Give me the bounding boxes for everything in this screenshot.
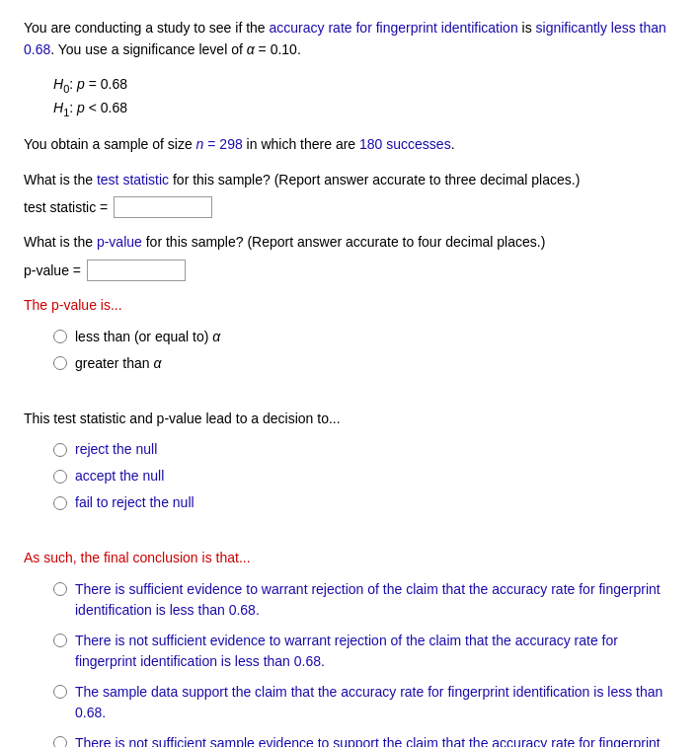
h0: H0: p = 0.68 <box>53 74 676 97</box>
conclusion-title: As such, the final conclusion is that... <box>24 548 676 569</box>
decision-reject-label: reject the null <box>75 439 157 460</box>
conclusion-radio-4[interactable] <box>53 736 67 747</box>
pvalue-comparison-section: The p-value is... less than (or equal to… <box>24 295 676 374</box>
conclusion-radio-3[interactable] <box>53 685 67 699</box>
test-stat-section: What is the test statistic for this samp… <box>24 170 676 219</box>
decision-accept-label: accept the null <box>75 466 164 486</box>
sample-description: You obtain a sample of size n = 298 in w… <box>24 134 676 156</box>
conclusion-label-4: There is not sufficient sample evidence … <box>75 733 676 747</box>
h1: H1: p < 0.68 <box>53 98 676 120</box>
pvalue-leq-label: less than (or equal to) α <box>75 327 220 347</box>
test-stat-question: What is the test statistic for this samp… <box>24 170 676 191</box>
pvalue-radio-gt[interactable] <box>53 356 67 370</box>
decision-radio-accept[interactable] <box>53 470 67 484</box>
pvalue-is-title: The p-value is... <box>24 295 676 317</box>
pvalue-label: p-value = <box>24 261 81 281</box>
problem-intro: You are conducting a study to see if the… <box>24 18 676 60</box>
decision-radio-group: reject the null accept the null fail to … <box>53 439 676 513</box>
pvalue-radio-leq[interactable] <box>53 330 67 343</box>
pvalue-option-leq: less than (or equal to) α <box>53 327 676 347</box>
decision-section: This test statistic and p-value lead to … <box>24 409 676 514</box>
decision-accept: accept the null <box>53 466 676 486</box>
pvalue-input-row: p-value = <box>24 260 676 281</box>
decision-title: This test statistic and p-value lead to … <box>24 409 676 430</box>
test-stat-input[interactable] <box>114 196 212 218</box>
hypothesis-block: H0: p = 0.68 H1: p < 0.68 <box>53 74 676 120</box>
conclusion-radio-group: There is sufficient evidence to warrant … <box>53 579 676 747</box>
conclusion-option-2: There is not sufficient evidence to warr… <box>53 631 676 672</box>
decision-fail-reject-label: fail to reject the null <box>75 492 194 513</box>
conclusion-label-2: There is not sufficient evidence to warr… <box>75 631 676 672</box>
conclusion-radio-1[interactable] <box>53 582 67 596</box>
conclusion-option-4: There is not sufficient sample evidence … <box>53 733 676 747</box>
pvalue-input[interactable] <box>87 260 186 281</box>
conclusion-radio-2[interactable] <box>53 634 67 647</box>
decision-radio-fail-reject[interactable] <box>53 496 67 510</box>
pvalue-question: What is the p-value for this sample? (Re… <box>24 232 676 254</box>
pvalue-radio-group: less than (or equal to) α greater than α <box>53 327 676 374</box>
decision-radio-reject[interactable] <box>53 443 67 457</box>
conclusion-section: As such, the final conclusion is that...… <box>24 548 676 747</box>
pvalue-gt-label: greater than α <box>75 353 161 374</box>
conclusion-label-3: The sample data support the claim that t… <box>75 682 676 723</box>
pvalue-option-gt: greater than α <box>53 353 676 374</box>
conclusion-option-1: There is sufficient evidence to warrant … <box>53 579 676 621</box>
decision-fail-reject: fail to reject the null <box>53 492 676 513</box>
decision-reject: reject the null <box>53 439 676 460</box>
conclusion-option-3: The sample data support the claim that t… <box>53 682 676 723</box>
test-stat-label: test statistic = <box>24 197 108 218</box>
conclusion-label-1: There is sufficient evidence to warrant … <box>75 579 676 621</box>
pvalue-section: What is the p-value for this sample? (Re… <box>24 232 676 281</box>
test-stat-input-row: test statistic = <box>24 196 676 218</box>
